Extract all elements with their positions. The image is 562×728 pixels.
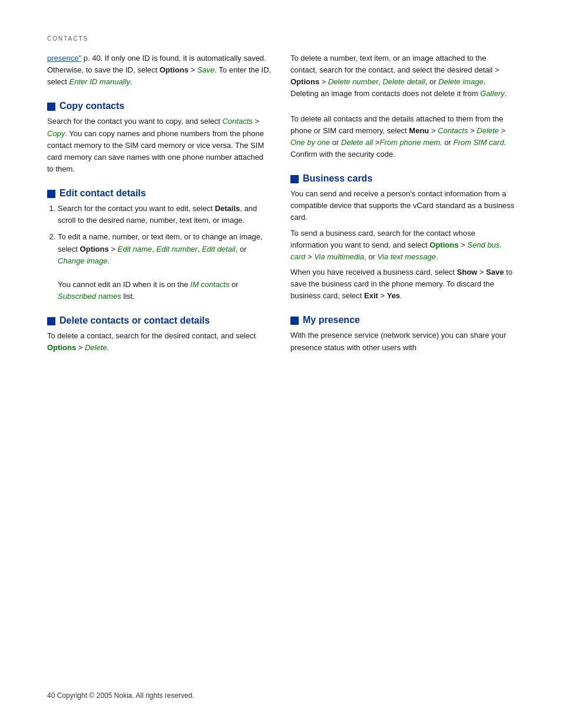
copy-italic2: Copy (47, 129, 65, 138)
delete-bold1: Options (47, 343, 76, 352)
copy-body1: Search for the contact you want to copy,… (47, 117, 222, 126)
del-all-italic1: Contacts (438, 126, 468, 135)
delete-text1: > (76, 343, 85, 352)
del-all-italic4: Delete all (341, 138, 373, 147)
del-all-italic3: One by one (290, 138, 330, 147)
two-column-layout: presence" p. 40. If only one ID is found… (47, 52, 515, 367)
right-column: To delete a number, text item, or an ima… (290, 52, 515, 367)
copy-contacts-icon (47, 103, 55, 111)
delete-contacts-heading: Delete contacts or contact details (47, 315, 272, 326)
biz-para1: You can send and receive a person's cont… (290, 188, 515, 223)
business-cards-icon (290, 175, 299, 183)
footer: 40 Copyright © 2005 Nokia. All rights re… (47, 691, 194, 700)
biz-text2: > (305, 252, 314, 261)
page-label: Contacts (47, 35, 515, 42)
page: Contacts presence" p. 40. If only one ID… (0, 0, 562, 728)
biz-text1: > (458, 241, 467, 249)
copy-text3: . You can copy names and phone numbers f… (47, 129, 264, 173)
biz-bold5: Yes (387, 291, 400, 300)
business-cards-section: Business cards You can send and receive … (290, 173, 515, 302)
edit-contact-icon (47, 190, 55, 198)
delete-all-body: To delete all contacts and the details a… (290, 113, 515, 161)
biz-text3: , or (364, 252, 377, 261)
edit-contact-heading: Edit contact details (47, 188, 272, 199)
edit-item-2: To edit a name, number, or text item, or… (58, 231, 272, 302)
delete-all-section: To delete all contacts and the details a… (290, 113, 515, 161)
biz-bold3: Save (486, 268, 504, 276)
edit-bold-details: Details (215, 204, 240, 213)
delete-contacts-title: Delete contacts or contact details (59, 315, 210, 326)
my-presence-title: My presence (303, 315, 360, 325)
del-all-italic6: From SIM card (453, 138, 504, 147)
intro-text4: . (130, 77, 133, 86)
copy-contacts-title: Copy contacts (59, 101, 124, 111)
delete-italic1: Delete (85, 343, 107, 352)
biz-bold2: Show (457, 268, 478, 276)
edit-italic-imcontacts: IM contacts (190, 280, 229, 289)
business-cards-title: Business cards (303, 173, 372, 184)
del-detail-italic3: Delete image (438, 77, 484, 86)
edit-contact-title: Edit contact details (59, 188, 146, 199)
del-all-text2: > (468, 126, 477, 135)
biz-bold4: Exit (364, 291, 378, 300)
biz-text7: > (378, 291, 387, 300)
my-presence-heading: My presence (290, 315, 515, 325)
delete-text2: . (107, 343, 110, 352)
biz-text4: . (436, 252, 438, 261)
biz-bold1: Options (429, 241, 458, 249)
biz-text5: > (477, 268, 486, 276)
del-detail-bold1: Options (290, 77, 319, 86)
del-detail-italic4: Gallery (480, 89, 504, 98)
intro-italic1: Save (197, 65, 215, 74)
edit-italic-editdetail: Edit detail (202, 245, 236, 253)
intro-body: presence" p. 40. If only one ID is found… (47, 52, 272, 88)
copy-contacts-body: Search for the contact you want to copy,… (47, 116, 272, 175)
del-all-text1: > (429, 126, 438, 135)
biz-italic3: Via text message (378, 252, 436, 261)
del-detail-para1: To delete a number, text item, or an ima… (290, 54, 499, 74)
my-presence-icon (290, 317, 299, 325)
del-detail-italic2: Delete detail (382, 77, 425, 86)
business-cards-body: You can send and receive a person's cont… (290, 188, 515, 302)
intro-text2: > (189, 65, 197, 74)
copy-text2: > (253, 117, 259, 126)
intro-section: presence" p. 40. If only one ID is found… (47, 52, 272, 88)
copy-contacts-section: Copy contacts Search for the contact you… (47, 101, 272, 175)
del-all-text4: or (330, 138, 341, 147)
edit-contact-list: Search for the contact you want to edit,… (47, 203, 272, 302)
biz-italic2: Via multimedia (314, 252, 364, 261)
del-detail-text3: , or (425, 77, 438, 86)
del-all-italic2: Delete (477, 126, 499, 135)
del-detail-text5: . (504, 89, 507, 98)
del-all-text6: or (442, 138, 454, 147)
delete-contacts-icon (47, 317, 55, 325)
business-cards-heading: Business cards (290, 173, 515, 184)
intro-italic2: Enter ID manually (70, 77, 130, 86)
edit-item-1: Search for the contact you want to edit,… (58, 203, 272, 226)
biz-para3-start: When you have received a business card, … (290, 268, 457, 276)
del-detail-text1: > (319, 77, 328, 86)
delete-detail-body: To delete a number, text item, or an ima… (290, 52, 515, 100)
presence-para1: With the presence service (network servi… (290, 330, 515, 353)
del-all-text3: > (499, 126, 505, 135)
delete-detail-section: To delete a number, text item, or an ima… (290, 52, 515, 100)
left-column: presence" p. 40. If only one ID is found… (47, 52, 272, 367)
del-detail-italic1: Delete number (328, 77, 378, 86)
intro-bold1: Options (160, 65, 189, 74)
copy-italic1: Contacts (222, 117, 252, 126)
delete-contacts-section: Delete contacts or contact details To de… (47, 315, 272, 354)
delete-para1: To delete a contact, search for the desi… (47, 331, 256, 340)
presence-link[interactable]: presence" (47, 54, 81, 62)
edit-contact-body: Search for the contact you want to edit,… (47, 203, 272, 302)
edit-italic-editname: Edit name (118, 245, 153, 253)
edit-italic-editnum: Edit number (156, 245, 197, 253)
edit-italic-subnames: Subscribed names (58, 292, 121, 301)
del-all-text5: > (373, 138, 379, 147)
edit-italic-changeimage: Change image (58, 256, 108, 265)
edit-contact-section: Edit contact details Search for the cont… (47, 188, 272, 302)
del-all-bold1: Menu (409, 126, 429, 135)
biz-text8: . (400, 291, 402, 300)
my-presence-section: My presence With the presence service (n… (290, 315, 515, 353)
del-all-italic5: From phone mem. (379, 138, 442, 147)
edit-bold-options: Options (80, 245, 109, 253)
